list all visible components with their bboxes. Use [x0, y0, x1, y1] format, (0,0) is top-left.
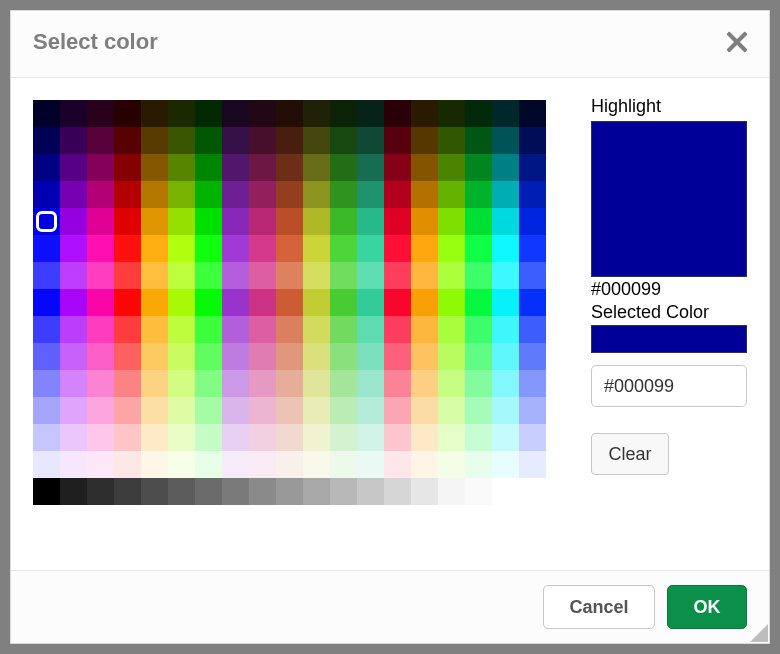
palette-cell[interactable] [330, 208, 357, 235]
palette-cell[interactable] [114, 424, 141, 451]
palette-cell[interactable] [330, 343, 357, 370]
palette-cell[interactable] [141, 181, 168, 208]
palette-cell[interactable] [33, 343, 60, 370]
palette-cell[interactable] [465, 208, 492, 235]
palette-cell[interactable] [519, 370, 546, 397]
close-icon[interactable] [725, 31, 747, 53]
palette-cell[interactable] [438, 127, 465, 154]
palette-cell[interactable] [438, 370, 465, 397]
palette-cell[interactable] [168, 289, 195, 316]
palette-cell[interactable] [114, 397, 141, 424]
palette-cell[interactable] [519, 262, 546, 289]
palette-cell[interactable] [195, 181, 222, 208]
palette-cell[interactable] [222, 235, 249, 262]
palette-cell[interactable] [411, 316, 438, 343]
palette-cell[interactable] [33, 316, 60, 343]
palette-cell[interactable] [33, 181, 60, 208]
cancel-button[interactable]: Cancel [543, 585, 655, 629]
palette-cell[interactable] [114, 478, 141, 505]
palette-cell[interactable] [384, 154, 411, 181]
palette-cell[interactable] [330, 451, 357, 478]
palette-cell[interactable] [357, 343, 384, 370]
hex-input[interactable] [591, 365, 747, 407]
palette-cell[interactable] [492, 424, 519, 451]
palette-cell[interactable] [519, 289, 546, 316]
palette-cell[interactable] [249, 289, 276, 316]
palette-cell[interactable] [249, 370, 276, 397]
palette-cell[interactable] [114, 316, 141, 343]
palette-cell[interactable] [87, 262, 114, 289]
palette-cell[interactable] [303, 397, 330, 424]
palette-cell[interactable] [411, 370, 438, 397]
palette-cell[interactable] [114, 343, 141, 370]
palette-cell[interactable] [87, 181, 114, 208]
palette-cell[interactable] [168, 208, 195, 235]
palette-cell[interactable] [195, 235, 222, 262]
palette-cell[interactable] [33, 289, 60, 316]
palette-cell[interactable] [141, 262, 168, 289]
palette-cell[interactable] [384, 235, 411, 262]
palette-cell[interactable] [411, 100, 438, 127]
palette-cell[interactable] [384, 181, 411, 208]
palette-cell[interactable] [222, 343, 249, 370]
palette-cell[interactable] [195, 208, 222, 235]
palette-cell[interactable] [87, 451, 114, 478]
palette-cell[interactable] [195, 343, 222, 370]
palette-cell[interactable] [303, 370, 330, 397]
palette-cell[interactable] [384, 478, 411, 505]
palette-cell[interactable] [276, 478, 303, 505]
palette-cell[interactable] [438, 289, 465, 316]
palette-cell[interactable] [438, 154, 465, 181]
palette-cell[interactable] [114, 370, 141, 397]
palette-cell[interactable] [330, 478, 357, 505]
palette-cell[interactable] [276, 100, 303, 127]
palette-cell[interactable] [60, 289, 87, 316]
palette-cell[interactable] [492, 127, 519, 154]
palette-cell[interactable] [249, 154, 276, 181]
resize-handle[interactable] [750, 624, 768, 642]
palette-cell[interactable] [276, 316, 303, 343]
palette-cell[interactable] [222, 100, 249, 127]
palette-cell[interactable] [330, 289, 357, 316]
palette-cell[interactable] [411, 289, 438, 316]
palette-cell[interactable] [195, 154, 222, 181]
palette-cell[interactable] [33, 235, 60, 262]
palette-cell[interactable] [465, 100, 492, 127]
palette-cell[interactable] [168, 343, 195, 370]
palette-cell[interactable] [114, 451, 141, 478]
palette-cell[interactable] [330, 262, 357, 289]
palette-cell[interactable] [168, 235, 195, 262]
palette-cell[interactable] [330, 424, 357, 451]
palette-cell[interactable] [249, 424, 276, 451]
palette-cell[interactable] [438, 397, 465, 424]
palette-cell[interactable] [519, 343, 546, 370]
palette-cell[interactable] [465, 343, 492, 370]
palette-cell[interactable] [465, 289, 492, 316]
palette-cell[interactable] [303, 424, 330, 451]
palette-cell[interactable] [411, 262, 438, 289]
palette-cell[interactable] [303, 154, 330, 181]
palette-cell[interactable] [141, 100, 168, 127]
palette-cell[interactable] [330, 154, 357, 181]
palette-cell[interactable] [222, 397, 249, 424]
palette-cell[interactable] [60, 208, 87, 235]
palette-cell[interactable] [384, 289, 411, 316]
palette-cell[interactable] [222, 127, 249, 154]
palette-cell[interactable] [465, 451, 492, 478]
palette-cell[interactable] [411, 424, 438, 451]
palette-cell[interactable] [357, 208, 384, 235]
palette-cell[interactable] [438, 100, 465, 127]
palette-cell[interactable] [438, 478, 465, 505]
palette-cell[interactable] [465, 370, 492, 397]
palette-cell[interactable] [357, 235, 384, 262]
palette-cell[interactable] [87, 127, 114, 154]
palette-cell[interactable] [492, 235, 519, 262]
palette-cell[interactable] [492, 100, 519, 127]
palette-cell[interactable] [465, 154, 492, 181]
palette-cell[interactable] [492, 181, 519, 208]
palette-cell[interactable] [492, 154, 519, 181]
palette-cell[interactable] [303, 478, 330, 505]
palette-cell[interactable] [168, 478, 195, 505]
palette-cell[interactable] [168, 127, 195, 154]
palette-cell[interactable] [303, 451, 330, 478]
